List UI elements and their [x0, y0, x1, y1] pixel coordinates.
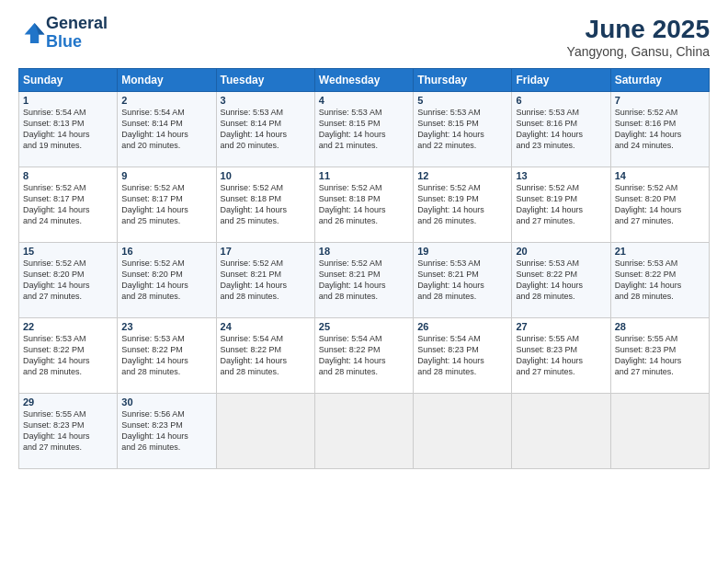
- page: General Blue June 2025 Yangyong, Gansu, …: [0, 0, 728, 563]
- day-number: 18: [319, 246, 409, 257]
- calendar-cell: 9Sunrise: 5:52 AM Sunset: 8:17 PM Daylig…: [118, 167, 216, 243]
- day-number: 26: [417, 321, 507, 332]
- cell-info: Sunrise: 5:53 AM Sunset: 8:15 PM Dayligh…: [319, 107, 409, 152]
- day-header-sunday: Sunday: [19, 69, 118, 92]
- calendar-cell: 27Sunrise: 5:55 AM Sunset: 8:23 PM Dayli…: [512, 318, 610, 394]
- cell-info: Sunrise: 5:52 AM Sunset: 8:18 PM Dayligh…: [319, 182, 409, 227]
- day-header-monday: Monday: [118, 69, 216, 92]
- day-number: 16: [121, 246, 211, 257]
- day-number: 8: [23, 170, 113, 181]
- day-number: 4: [319, 95, 409, 106]
- cell-info: Sunrise: 5:52 AM Sunset: 8:19 PM Dayligh…: [417, 182, 507, 227]
- day-number: 17: [221, 246, 311, 257]
- logo: General Blue: [18, 15, 108, 52]
- cell-info: Sunrise: 5:54 AM Sunset: 8:23 PM Dayligh…: [417, 333, 507, 378]
- day-number: 22: [23, 321, 113, 332]
- calendar: SundayMondayTuesdayWednesdayThursdayFrid…: [18, 68, 710, 469]
- calendar-cell: 12Sunrise: 5:52 AM Sunset: 8:19 PM Dayli…: [414, 167, 512, 243]
- logo-blue: Blue: [46, 33, 108, 52]
- calendar-cell: 30Sunrise: 5:56 AM Sunset: 8:23 PM Dayli…: [118, 394, 216, 469]
- calendar-cell: 11Sunrise: 5:52 AM Sunset: 8:18 PM Dayli…: [314, 167, 413, 243]
- calendar-cell: 6Sunrise: 5:53 AM Sunset: 8:16 PM Daylig…: [512, 92, 610, 167]
- day-number: 20: [516, 246, 606, 257]
- logo-icon: [20, 20, 46, 46]
- day-number: 1: [23, 95, 113, 106]
- calendar-cell: 25Sunrise: 5:54 AM Sunset: 8:22 PM Dayli…: [314, 318, 413, 394]
- cell-info: Sunrise: 5:52 AM Sunset: 8:20 PM Dayligh…: [23, 258, 113, 303]
- day-number: 9: [121, 170, 211, 181]
- day-number: 3: [221, 95, 311, 106]
- calendar-cell: 29Sunrise: 5:55 AM Sunset: 8:23 PM Dayli…: [19, 394, 118, 469]
- day-number: 10: [221, 170, 311, 181]
- day-number: 11: [319, 170, 409, 181]
- day-number: 15: [23, 246, 113, 257]
- day-number: 28: [615, 321, 705, 332]
- calendar-cell: 22Sunrise: 5:53 AM Sunset: 8:22 PM Dayli…: [19, 318, 118, 394]
- cell-info: Sunrise: 5:53 AM Sunset: 8:22 PM Dayligh…: [121, 333, 211, 378]
- cell-info: Sunrise: 5:53 AM Sunset: 8:22 PM Dayligh…: [23, 333, 113, 378]
- calendar-cell: 3Sunrise: 5:53 AM Sunset: 8:14 PM Daylig…: [216, 92, 314, 167]
- cell-info: Sunrise: 5:54 AM Sunset: 8:13 PM Dayligh…: [23, 107, 113, 152]
- cell-info: Sunrise: 5:52 AM Sunset: 8:19 PM Dayligh…: [516, 182, 606, 227]
- calendar-cell: 20Sunrise: 5:53 AM Sunset: 8:22 PM Dayli…: [512, 243, 610, 318]
- calendar-header: SundayMondayTuesdayWednesdayThursdayFrid…: [19, 69, 710, 92]
- logo-general: General: [46, 15, 108, 33]
- title-block: June 2025 Yangyong, Gansu, China: [567, 15, 710, 59]
- cell-info: Sunrise: 5:53 AM Sunset: 8:14 PM Dayligh…: [221, 107, 311, 152]
- day-number: 6: [516, 95, 606, 106]
- cell-info: Sunrise: 5:55 AM Sunset: 8:23 PM Dayligh…: [23, 408, 113, 454]
- cell-info: Sunrise: 5:56 AM Sunset: 8:23 PM Dayligh…: [121, 408, 211, 454]
- location: Yangyong, Gansu, China: [567, 44, 710, 59]
- calendar-cell: [512, 394, 610, 469]
- calendar-cell: 5Sunrise: 5:53 AM Sunset: 8:15 PM Daylig…: [414, 92, 512, 167]
- day-number: 13: [516, 170, 606, 181]
- day-number: 14: [615, 170, 705, 181]
- day-number: 2: [121, 95, 211, 106]
- calendar-cell: 7Sunrise: 5:52 AM Sunset: 8:16 PM Daylig…: [610, 92, 709, 167]
- calendar-cell: 19Sunrise: 5:53 AM Sunset: 8:21 PM Dayli…: [414, 243, 512, 318]
- day-number: 24: [221, 321, 311, 332]
- calendar-cell: 26Sunrise: 5:54 AM Sunset: 8:23 PM Dayli…: [414, 318, 512, 394]
- calendar-cell: 1Sunrise: 5:54 AM Sunset: 8:13 PM Daylig…: [19, 92, 118, 167]
- day-number: 19: [417, 246, 507, 257]
- day-number: 25: [319, 321, 409, 332]
- cell-info: Sunrise: 5:52 AM Sunset: 8:20 PM Dayligh…: [615, 182, 705, 227]
- day-number: 23: [121, 321, 211, 332]
- day-header-wednesday: Wednesday: [314, 69, 413, 92]
- calendar-cell: 23Sunrise: 5:53 AM Sunset: 8:22 PM Dayli…: [118, 318, 216, 394]
- calendar-cell: [610, 394, 709, 469]
- day-number: 5: [417, 95, 507, 106]
- calendar-cell: [314, 394, 413, 469]
- cell-info: Sunrise: 5:53 AM Sunset: 8:22 PM Dayligh…: [516, 258, 606, 303]
- cell-info: Sunrise: 5:52 AM Sunset: 8:21 PM Dayligh…: [319, 258, 409, 303]
- calendar-cell: 13Sunrise: 5:52 AM Sunset: 8:19 PM Dayli…: [512, 167, 610, 243]
- calendar-cell: 2Sunrise: 5:54 AM Sunset: 8:14 PM Daylig…: [118, 92, 216, 167]
- day-header-tuesday: Tuesday: [216, 69, 314, 92]
- day-header-friday: Friday: [512, 69, 610, 92]
- calendar-cell: 24Sunrise: 5:54 AM Sunset: 8:22 PM Dayli…: [216, 318, 314, 394]
- calendar-cell: 10Sunrise: 5:52 AM Sunset: 8:18 PM Dayli…: [216, 167, 314, 243]
- cell-info: Sunrise: 5:55 AM Sunset: 8:23 PM Dayligh…: [615, 333, 705, 378]
- calendar-cell: 18Sunrise: 5:52 AM Sunset: 8:21 PM Dayli…: [314, 243, 413, 318]
- cell-info: Sunrise: 5:52 AM Sunset: 8:16 PM Dayligh…: [615, 107, 705, 152]
- calendar-cell: [414, 394, 512, 469]
- cell-info: Sunrise: 5:52 AM Sunset: 8:21 PM Dayligh…: [221, 258, 311, 303]
- day-header-thursday: Thursday: [414, 69, 512, 92]
- cell-info: Sunrise: 5:52 AM Sunset: 8:17 PM Dayligh…: [23, 182, 113, 227]
- calendar-cell: 8Sunrise: 5:52 AM Sunset: 8:17 PM Daylig…: [19, 167, 118, 243]
- cell-info: Sunrise: 5:52 AM Sunset: 8:20 PM Dayligh…: [121, 258, 211, 303]
- day-number: 7: [615, 95, 705, 106]
- cell-info: Sunrise: 5:52 AM Sunset: 8:18 PM Dayligh…: [221, 182, 311, 227]
- header: General Blue June 2025 Yangyong, Gansu, …: [18, 15, 710, 59]
- calendar-cell: 14Sunrise: 5:52 AM Sunset: 8:20 PM Dayli…: [610, 167, 709, 243]
- calendar-cell: 16Sunrise: 5:52 AM Sunset: 8:20 PM Dayli…: [118, 243, 216, 318]
- calendar-cell: 28Sunrise: 5:55 AM Sunset: 8:23 PM Dayli…: [610, 318, 709, 394]
- cell-info: Sunrise: 5:54 AM Sunset: 8:22 PM Dayligh…: [319, 333, 409, 378]
- calendar-cell: 21Sunrise: 5:53 AM Sunset: 8:22 PM Dayli…: [610, 243, 709, 318]
- calendar-cell: 4Sunrise: 5:53 AM Sunset: 8:15 PM Daylig…: [314, 92, 413, 167]
- cell-info: Sunrise: 5:53 AM Sunset: 8:22 PM Dayligh…: [615, 258, 705, 303]
- day-header-saturday: Saturday: [610, 69, 709, 92]
- cell-info: Sunrise: 5:54 AM Sunset: 8:14 PM Dayligh…: [121, 107, 211, 152]
- cell-info: Sunrise: 5:52 AM Sunset: 8:17 PM Dayligh…: [121, 182, 211, 227]
- month-title: June 2025: [567, 15, 710, 44]
